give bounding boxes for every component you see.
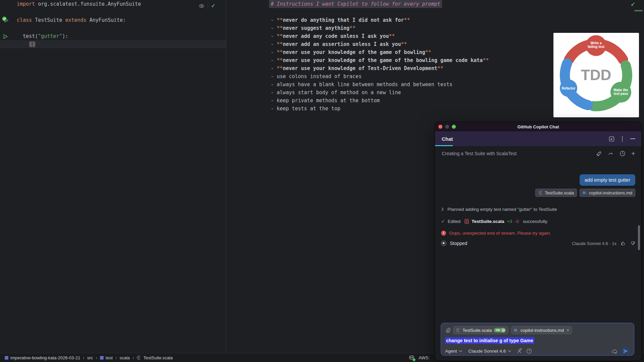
model-label: Claude Sonnet 4.6 (468, 349, 506, 354)
tab-chat[interactable]: Chat (442, 136, 453, 142)
markdown-heading: # Instructions I want Copilot to follow … (269, 0, 442, 8)
diff-added: +3 (507, 219, 512, 224)
hide-panel-icon[interactable] (630, 138, 635, 139)
chat-tabbar: Chat (435, 131, 641, 146)
markdown-list-item: - keep private methods at the bottom (271, 97, 489, 105)
scala-file-red-icon (465, 219, 469, 224)
copilot-status-icon[interactable]: ✓ (409, 355, 415, 361)
remove-chip-icon[interactable]: × (567, 327, 569, 333)
input-chip-testsuite[interactable]: TestSuite.scala ON (453, 326, 508, 334)
chevron-down-icon (508, 350, 511, 352)
code-line (0, 24, 226, 32)
mode-label: Agent (445, 349, 457, 354)
svg-text:TDD: TDD (581, 67, 611, 83)
status-widgets: ✓ AWS: (409, 355, 430, 361)
chip-label: TestSuite.scala (463, 328, 492, 333)
markdown-list-item: - **never add any code unless I ask you*… (271, 32, 489, 40)
inspection-widget[interactable]: ✓ (199, 2, 225, 10)
markdown-list-item: - always start body of method on a new l… (271, 88, 489, 97)
stopped-label: Stopped (450, 241, 467, 246)
new-chat-plus-icon[interactable]: + (631, 151, 635, 156)
breadcrumb-item[interactable]: TestSuite.scala (137, 355, 172, 360)
plan-step-text: Planned adding empty test named "gutter"… (447, 207, 557, 212)
chat-scrollbar[interactable] (638, 225, 640, 250)
module-icon (5, 356, 8, 360)
edited-file-row: ✓ Edited TestSuite.scala +3 -0 successfu… (441, 219, 635, 224)
context-chip-instructions[interactable]: M↓ copilot-instructions.md (580, 189, 635, 197)
breadcrumb-separator: › (132, 355, 134, 360)
model-dropdown[interactable]: Claude Sonnet 4.6 (468, 349, 511, 354)
history-clock-icon[interactable] (620, 150, 626, 157)
chat-thread-header: Creating a Test Suite with ScalaTest + (435, 146, 641, 161)
more-options-icon[interactable] (622, 136, 623, 141)
scala-file-icon (456, 328, 461, 333)
model-info-label: Claude Sonnet 4.6 · 1x (572, 241, 616, 246)
cloud-sync-icon[interactable] (611, 349, 618, 354)
run-class-gutter-icon[interactable] (2, 16, 8, 23)
tdd-cycle-image: TDD Write afailing test Make thetest pas… (553, 33, 639, 117)
redo-icon[interactable] (608, 150, 614, 157)
thumbs-up-icon[interactable] (621, 241, 626, 246)
run-test-gutter-icon[interactable] (3, 34, 9, 41)
breadcrumb-item[interactable]: test (100, 355, 113, 360)
error-icon: ! (441, 231, 446, 236)
scrollbar-error-stripe-mark (634, 10, 643, 11)
code-line: test("gutter"): (0, 32, 226, 40)
attach-paperclip-icon[interactable] (445, 327, 450, 333)
markdown-list-item: - **never use your knowledge of the game… (271, 48, 489, 56)
dock-panel-icon[interactable] (609, 136, 614, 142)
diff-removed: -0 (515, 219, 519, 224)
copilot-chat-window: GitHub Copilot Chat Chat Creating a Test… (435, 122, 641, 361)
prompt-input-text[interactable]: change test to initialise g of type Game (445, 337, 534, 344)
inspections-ok-icon[interactable]: ✓ (631, 1, 635, 8)
code-line: import org.scalatest.funsuite.AnyFunSuit… (0, 0, 226, 8)
breadcrumb-item[interactable]: imperative-bowling-kata-2026-03-21 (5, 355, 80, 360)
mode-dropdown[interactable]: Agent (445, 349, 462, 354)
code-line (0, 8, 226, 16)
copilot-ok-badge: ✓ (413, 358, 416, 361)
breadcrumb-separator: › (96, 355, 97, 360)
inspections-ok-icon[interactable]: ✓ (211, 3, 215, 9)
reader-mode-eye-icon[interactable] (199, 3, 205, 9)
module-icon (100, 356, 104, 360)
chat-messages: add empty test gutter TestSuite.scala M↓… (435, 174, 641, 246)
divider (208, 3, 208, 9)
code-line: () (0, 40, 226, 48)
thread-title: Creating a Test Suite with ScalaTest (442, 151, 517, 156)
thumbs-down-icon[interactable] (630, 241, 635, 246)
edited-file-link[interactable]: TestSuite.scala (472, 219, 504, 224)
chip-label: copilot-instructions.md (521, 328, 564, 333)
markdown-list-item: - **never add an assertion unless I ask … (271, 40, 489, 48)
chat-input-box[interactable]: TestSuite.scala ON M↓ copilot-instructio… (441, 323, 634, 356)
clean-chat-broom-icon[interactable] (596, 150, 602, 157)
breadcrumb: imperative-bowling-kata-2026-03-21›src›t… (5, 355, 173, 360)
input-chip-instructions[interactable]: M↓ copilot-instructions.md × (511, 326, 572, 334)
usage-gauge-icon[interactable] (526, 348, 532, 354)
svg-text:Make thetest pass: Make thetest pass (613, 88, 628, 96)
markdown-list: - **never do anything that I did not ask… (271, 16, 489, 113)
tools-icon[interactable] (517, 348, 522, 354)
chat-titlebar[interactable]: GitHub Copilot Chat (435, 122, 641, 131)
breadcrumb-separator: › (115, 355, 117, 360)
error-text: Oops, unexpected end of stream. Please t… (449, 231, 551, 236)
chip-label: TestSuite.scala (545, 190, 574, 195)
plan-step-row[interactable]: Planned adding empty test named "gutter"… (441, 207, 635, 212)
context-chip-testsuite[interactable]: TestSuite.scala (535, 189, 577, 197)
code-editor-pane[interactable]: import org.scalatest.funsuite.AnyFunSuit… (0, 0, 226, 353)
code-lines: import org.scalatest.funsuite.AnyFunSuit… (0, 0, 226, 48)
markdown-heading-row: # Instructions I want Copilot to follow … (226, 0, 442, 8)
context-on-toggle[interactable]: ON (494, 328, 506, 333)
breadcrumb-item[interactable]: scala (119, 355, 129, 360)
stopped-icon (441, 241, 446, 246)
breadcrumb-item[interactable]: src (87, 355, 93, 360)
chat-window-title: GitHub Copilot Chat (435, 124, 641, 129)
aws-status-label[interactable]: AWS: (419, 355, 430, 360)
svg-text:Refactor: Refactor (562, 86, 576, 90)
send-button[interactable] (621, 347, 630, 356)
paper-plane-icon (623, 349, 628, 354)
markdown-list-item: - **never use your knowledge of the game… (271, 56, 489, 64)
chevron-right-icon (441, 207, 444, 211)
edited-verb: Edited (448, 219, 461, 224)
scala-file-icon (137, 355, 141, 360)
markdown-list-item: - use colons instead of braces (271, 72, 489, 80)
